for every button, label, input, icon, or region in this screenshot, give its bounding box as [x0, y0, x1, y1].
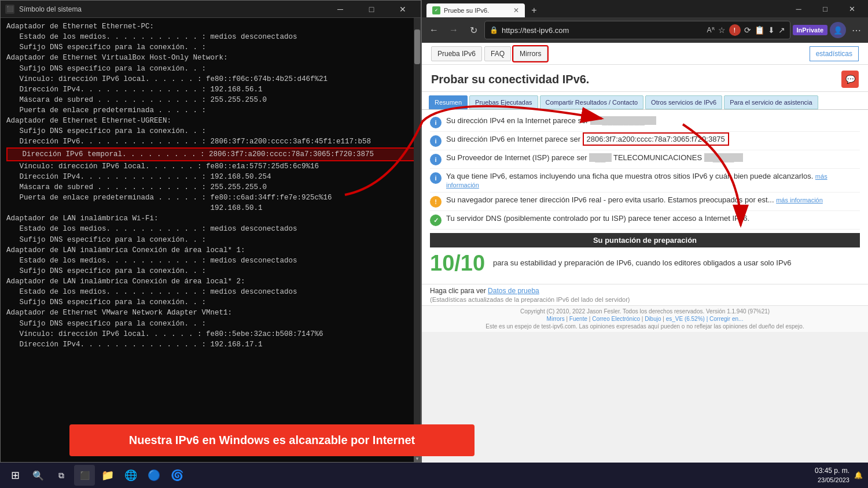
taskbar-browser3-icon[interactable]: 🌀	[167, 465, 187, 486]
content-tabs-bar: Resumen Pruebas Ejecutadas Compartir Res…	[422, 92, 868, 110]
copyright-footer: Copyright (C) 2010, 2022 Jason Fesler. T…	[422, 305, 868, 332]
page-header: Probar su conectividad IPv6. 💬	[422, 65, 868, 92]
tab-resumen[interactable]: Resumen	[429, 95, 468, 109]
tab-compartir[interactable]: Compartir Resultados / Contacto	[540, 95, 644, 109]
cmd-line-wifi: Adaptador de LAN inalámbrica Wi-Fi:	[6, 213, 415, 224]
cmd-line-vinculo3: Vínculo: dirección IPv6 local. . . . . .…	[6, 329, 415, 339]
footer-dibujo-link[interactable]: Dibujo	[645, 316, 661, 322]
taskbar-taskview-btn[interactable]: ⧉	[51, 465, 72, 486]
browser-refresh-btn[interactable]: ↻	[465, 21, 482, 39]
info-row-warning: ! Su navegador parece tener dirección IP…	[430, 193, 860, 211]
windows-start-btn[interactable]: ⊞	[5, 465, 25, 486]
score-description: para su estabilidad y preparación de IPv…	[493, 258, 860, 268]
cmd-line-vmnet: Adaptador de Ethernet VMware Network Ada…	[6, 308, 415, 318]
browser-window: ✓ Pruebe su IPv6. ✕ + ─ □ ✕ ← → ↻ 🔒 http…	[421, 0, 868, 463]
footer-section: Haga clic para ver Datos de prueba (Esta…	[422, 284, 868, 305]
tab-pruebas[interactable]: Pruebas Ejecutadas	[469, 95, 538, 109]
cmd-line-puerta2b: 192.168.50.1	[6, 203, 415, 213]
info-icon-5-warning: !	[430, 196, 442, 208]
cmd-line-adapter-pc: Adaptador de Ethernet Ethernet-PC:	[6, 21, 415, 32]
lock-icon: 🔒	[490, 26, 498, 34]
cmd-line-mascara2: Máscara de subred . . . . . . . . . . . …	[6, 182, 415, 193]
cmd-maximize-btn[interactable]: □	[358, 1, 385, 18]
browser-maximize-btn[interactable]: □	[814, 2, 837, 16]
in-private-badge: InPrivate	[793, 25, 827, 35]
cmd-scrollbar[interactable]: ▲ ▼	[414, 18, 421, 462]
profile-avatar[interactable]: 👤	[830, 22, 846, 38]
cmd-line-sufijo4: Sufijo DNS específico para la conexión. …	[6, 235, 415, 245]
nav-btn-faq[interactable]: FAQ	[484, 46, 511, 61]
browser-active-tab[interactable]: ✓ Pruebe su IPv6. ✕	[426, 3, 525, 17]
cmd-line-estado4: Estado de los medios. . . . . . . . . . …	[6, 287, 415, 297]
score-body: 10/10 para su estabilidad y preparación …	[430, 247, 860, 279]
tab-otros[interactable]: Otros servicios de IPv6	[645, 95, 722, 109]
info-icon-6-ok: ✓	[430, 215, 442, 226]
read-icon[interactable]: Aᴿ	[707, 26, 715, 34]
cmd-window: ⬛ Símbolo del sistema ─ □ ✕ Adaptador de…	[0, 0, 421, 463]
download-icon[interactable]: ⬇	[768, 25, 775, 35]
cmd-close-btn[interactable]: ✕	[389, 1, 416, 18]
red-banner: Nuestra IPv6 en Windows es alcanzable po…	[69, 424, 475, 456]
browser-minimize-btn[interactable]: ─	[787, 2, 810, 16]
collections-icon[interactable]: 📋	[755, 25, 764, 35]
cmd-scrollbar-thumb[interactable]	[414, 29, 420, 64]
browser-ext-icon1[interactable]: !	[729, 24, 741, 36]
info-row-ipv6: i Su dirección IPv6 en Internet parece s…	[430, 132, 860, 150]
browser-menu-btn[interactable]: ⋯	[848, 22, 865, 38]
site-content: Prueba IPv6 FAQ Mirrors estadísticas Pro…	[422, 43, 868, 463]
address-text: https://test-ipv6.com	[502, 26, 704, 35]
footer-mirrors-link[interactable]: Mirrors	[547, 316, 565, 322]
score-number: 10/10	[430, 251, 485, 276]
cmd-line-sufijo6: Sufijo DNS específico para la conexión. …	[6, 297, 415, 308]
cmd-line-estado3: Estado de los medios. . . . . . . . . . …	[6, 256, 415, 266]
cmd-line-local1: Adaptador de LAN inalámbrica Conexión de…	[6, 245, 415, 256]
browser-address-field[interactable]: 🔒 https://test-ipv6.com Aᴿ ☆ ! ⟳ 📋 ⬇ ↗	[484, 21, 790, 39]
taskbar-explorer-icon[interactable]: 📁	[97, 465, 118, 486]
cmd-line-vinculo2: Vínculo: dirección IPv6 local. . . . . .…	[6, 161, 415, 172]
notification-area[interactable]: 🔔	[853, 470, 863, 480]
browser-new-tab-btn[interactable]: +	[526, 3, 542, 17]
copyright-text: Copyright (C) 2010, 2022 Jason Fesler. T…	[430, 308, 860, 315]
star-icon[interactable]: ☆	[718, 25, 726, 35]
browser-ext-icon2[interactable]: ⟳	[744, 25, 751, 35]
info-row-isp: i Su Proveedor de Internet (ISP) parece …	[430, 150, 860, 169]
taskbar-cmd-icon[interactable]: ⬛	[74, 465, 95, 486]
cmd-minimize-btn[interactable]: ─	[327, 1, 354, 18]
nav-btn-prueba[interactable]: Prueba IPv6	[431, 46, 482, 61]
cmd-content-area: Adaptador de Ethernet Ethernet-PC: Estad…	[1, 18, 421, 462]
chat-icon[interactable]: 💬	[841, 71, 859, 88]
info-row-sites: i Ya que tiene IPv6, estamos incluyendo …	[430, 169, 860, 193]
browser-titlebar: ✓ Pruebe su IPv6. ✕ + ─ □ ✕	[422, 0, 868, 17]
browser-tab-close-icon[interactable]: ✕	[513, 6, 519, 14]
cmd-titlebar-icon: ⬛	[5, 5, 14, 14]
taskbar-browser1-icon[interactable]: 🌐	[120, 465, 141, 486]
site-nav-left: Prueba IPv6 FAQ Mirrors	[431, 46, 547, 61]
cmd-line-sufijo2: Sufijo DNS específico para la conexión. …	[6, 64, 415, 74]
share-icon[interactable]: ↗	[778, 25, 785, 35]
taskbar-search-btn[interactable]: 🔍	[28, 465, 49, 486]
footer-email-link[interactable]: Correo Electrónico	[592, 316, 640, 322]
footer-ve-link[interactable]: es_VE (6.52%) | Corregir en...	[666, 316, 744, 322]
info-icon-1: i	[430, 117, 442, 128]
taskbar-right: 03:45 p. m. 23/05/2023 🔔	[815, 467, 863, 484]
cmd-title-text: Símbolo del sistema	[19, 5, 322, 13]
cmd-line-puerta1: Puerta de enlace predeterminada . . . . …	[6, 105, 415, 116]
page-title: Probar su conectividad IPv6.	[431, 73, 589, 86]
score-section: Su puntación de preparación 10/10 para s…	[422, 233, 868, 284]
browser-forward-btn[interactable]: →	[445, 21, 462, 39]
browser-back-btn[interactable]: ←	[425, 21, 443, 39]
footer-link-prefix: Haga clic para ver	[430, 287, 486, 295]
datos-de-prueba-link[interactable]: Datos de prueba	[488, 287, 539, 295]
taskbar-browser2-icon[interactable]: 🔵	[144, 465, 164, 486]
estadisticas-btn[interactable]: estadísticas	[810, 46, 859, 61]
tab-asistencia[interactable]: Para el servicio de asistencia	[724, 95, 818, 109]
cmd-line-sufijo1: Sufijo DNS específico para la conexión. …	[6, 42, 415, 53]
nav-btn-mirrors[interactable]: Mirrors	[513, 46, 547, 61]
browser-close-btn[interactable]: ✕	[840, 2, 863, 16]
info-row-dns: ✓ Tu servidor DNS (posiblemente controla…	[430, 211, 860, 230]
site-nav: Prueba IPv6 FAQ Mirrors estadísticas	[422, 43, 868, 65]
browser-tab-title: Pruebe su IPv6.	[444, 7, 510, 14]
footer-fuente-link[interactable]: Fuente	[569, 316, 587, 322]
footer-links: Mirrors | Fuente | Correo Electrónico | …	[430, 316, 860, 322]
info-text-ipv6: Su dirección IPv6 en Internet parece ser…	[446, 135, 729, 143]
